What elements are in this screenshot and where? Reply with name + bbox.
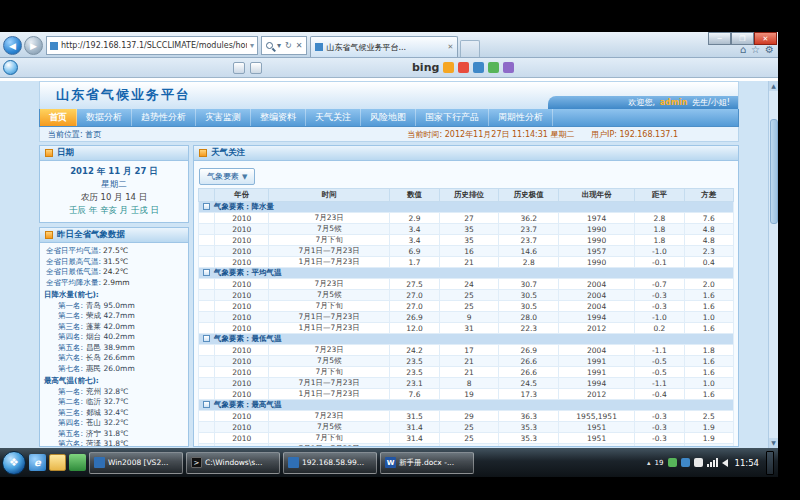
assistant-widget-icon[interactable] xyxy=(3,60,18,75)
group-marker-icon[interactable] xyxy=(203,335,210,342)
nav-item-2[interactable]: 数据分析 xyxy=(77,109,132,126)
browser-back-button[interactable]: ◀ xyxy=(3,36,22,55)
table-cell: 2010 xyxy=(215,345,269,356)
taskbar-button[interactable]: 192.168.58.99... xyxy=(283,452,377,474)
mail-icon[interactable] xyxy=(233,62,245,74)
browser-search-controls[interactable]: ▾ ↻ ✕ xyxy=(261,36,307,55)
table-row[interactable]: 20101月1日—7月23日12.03122.320120.21.6 xyxy=(199,323,734,334)
vertical-scrollbar[interactable]: ▲ ▼ xyxy=(768,81,778,448)
table-group-row[interactable]: 气象要素：最低气温 xyxy=(199,334,734,345)
scrollbar-thumb[interactable] xyxy=(770,119,778,224)
table-row[interactable]: 20107月23日31.52936.31955,1951-0.32.5 xyxy=(199,411,734,422)
nav-item-4[interactable]: 灾害监测 xyxy=(196,109,251,126)
group-marker-icon[interactable] xyxy=(203,203,210,210)
show-desktop-button[interactable] xyxy=(766,451,774,475)
home-icon[interactable]: ⌂ xyxy=(740,44,746,55)
volume-icon[interactable] xyxy=(722,459,728,467)
tools-gear-icon[interactable]: ⚙ xyxy=(765,44,774,55)
nav-item-8[interactable]: 国家下行产品 xyxy=(416,109,489,126)
table-group-row[interactable]: 气象要素：降水量 xyxy=(199,202,734,213)
bing-tile-icon[interactable] xyxy=(443,62,454,73)
table-header: 时间 xyxy=(268,189,389,202)
group-marker-icon[interactable] xyxy=(203,401,210,408)
bing-logo[interactable]: bing xyxy=(412,61,439,74)
tray-app-icon-2[interactable] xyxy=(681,458,690,467)
table-group-row[interactable]: 气象要素：最高气温 xyxy=(199,400,734,411)
toolbar-app-icon-2[interactable] xyxy=(473,62,484,73)
toolbar-app-icon-3[interactable] xyxy=(488,62,499,73)
tray-app-icon-1[interactable] xyxy=(668,458,677,467)
table-group-row[interactable]: 气象要素：平均气温 xyxy=(199,268,734,279)
browser-tab-active[interactable]: 山东省气候业务平台... ✕ xyxy=(310,36,458,57)
minimize-button[interactable]: ─ xyxy=(708,32,731,45)
taskbar-button[interactable]: >C:\Windows\s... xyxy=(186,452,280,474)
network-icon[interactable] xyxy=(707,458,718,467)
row-spacer-cell xyxy=(199,301,215,312)
taskbar-button[interactable]: W新手册.docx -... xyxy=(380,452,474,474)
explorer-folder-icon[interactable] xyxy=(49,454,66,471)
app-quicklaunch-icon[interactable] xyxy=(69,454,86,471)
search-dropdown-icon[interactable]: ▾ xyxy=(277,41,281,50)
table-row[interactable]: 20107月1日—7月23日23.1824.51994-1.11.0 xyxy=(199,378,734,389)
tray-expand-icon[interactable]: ▴ xyxy=(647,459,651,467)
table-row[interactable]: 20101月1日—7月23日1.7212.81990-0.10.4 xyxy=(199,257,734,268)
date-panel-title: 日期 xyxy=(57,147,74,159)
nav-item-6[interactable]: 天气关注 xyxy=(306,109,361,126)
toolbar-app-icon-1[interactable] xyxy=(458,62,469,73)
table-row[interactable]: 20107月23日24.21726.92004-1.11.8 xyxy=(199,345,734,356)
scroll-up-icon[interactable]: ▲ xyxy=(769,81,778,91)
table-row[interactable]: 20107月5候31.42535.31951-0.31.9 xyxy=(199,422,734,433)
browser-address-bar[interactable]: http://192.168.137.1/SLCCLIMATE/modules/… xyxy=(46,36,258,55)
weekday-value: 星期二 xyxy=(42,178,186,191)
table-row[interactable]: 20107月下旬31.42535.31951-0.31.9 xyxy=(199,433,734,444)
taskbar-clock[interactable]: 11:54 xyxy=(732,458,763,468)
browser-forward-button[interactable]: ▶ xyxy=(24,36,43,55)
welcome-banner: 欢迎您, admin 先生/小姐! xyxy=(548,96,738,109)
element-filter-button[interactable]: 气象要素 ▼ xyxy=(199,168,255,185)
taskbar-button[interactable]: Win2008 [VS2... xyxy=(89,452,183,474)
row-spacer-cell xyxy=(199,389,215,400)
table-row[interactable]: 20107月23日27.52430.72004-0.72.0 xyxy=(199,279,734,290)
address-dropdown-icon[interactable]: ▾ xyxy=(250,41,254,50)
table-row[interactable]: 20107月下旬3.43523.719901.84.8 xyxy=(199,235,734,246)
table-cell: 26.9 xyxy=(390,312,439,323)
table-row[interactable]: 20107月下旬23.52126.61991-0.51.6 xyxy=(199,367,734,378)
table-row[interactable]: 20107月5候23.52126.61991-0.51.6 xyxy=(199,356,734,367)
print-icon[interactable] xyxy=(250,62,262,74)
new-tab-button[interactable] xyxy=(460,40,480,57)
nav-item-7[interactable]: 风险地图 xyxy=(361,109,416,126)
table-row[interactable]: 20107月1日—7月23日26.9928.01994-1.01.0 xyxy=(199,312,734,323)
table-row[interactable]: 20107月1日—7月23日6.91614.61957-1.02.3 xyxy=(199,246,734,257)
stop-icon[interactable]: ✕ xyxy=(296,41,303,50)
group-marker-icon[interactable] xyxy=(203,269,210,276)
table-cell: -0.3 xyxy=(635,422,684,433)
table-cell: 21 xyxy=(439,367,499,378)
table-row[interactable]: 20107月5候3.43523.719901.84.8 xyxy=(199,224,734,235)
nav-item-5[interactable]: 整编资料 xyxy=(251,109,306,126)
tab-close-icon[interactable]: ✕ xyxy=(448,43,454,51)
table-row[interactable]: 20107月5候27.02530.52004-0.31.6 xyxy=(199,290,734,301)
table-row[interactable]: 20107月1日—7月23日31.5933.01997-1.01.1 xyxy=(199,444,734,448)
row-spacer-cell xyxy=(199,246,215,257)
refresh-icon[interactable]: ↻ xyxy=(285,41,292,50)
table-cell: 30.5 xyxy=(499,301,559,312)
nav-item-3[interactable]: 趋势性分析 xyxy=(132,109,196,126)
nav-item-9[interactable]: 周期性分析 xyxy=(489,109,553,126)
scroll-down-icon[interactable]: ▼ xyxy=(769,438,778,448)
favorites-star-icon[interactable]: ☆ xyxy=(751,44,760,55)
site-container: 山东省气候业务平台 欢迎您, admin 先生/小姐! 首页数据分析趋势性分析灾… xyxy=(39,81,739,447)
row-spacer-cell xyxy=(199,235,215,246)
table-row[interactable]: 20101月1日—7月23日7.61917.32012-0.41.6 xyxy=(199,389,734,400)
start-button[interactable]: ❖ xyxy=(2,451,26,475)
rank-item: 第二名:临沂 32.7℃ xyxy=(44,397,184,408)
table-cell: 23.1 xyxy=(390,378,439,389)
table-row[interactable]: 20107月23日2.92736.219742.87.6 xyxy=(199,213,734,224)
table-row[interactable]: 20107月下旬27.02530.52004-0.31.6 xyxy=(199,301,734,312)
nav-item-1[interactable]: 首页 xyxy=(40,109,77,126)
tray-app-icon-3[interactable] xyxy=(694,458,703,467)
table-cell: 7月下旬 xyxy=(268,235,389,246)
table-cell: 1月1日—7月23日 xyxy=(268,389,389,400)
toolbar-app-icon-4[interactable] xyxy=(503,62,514,73)
ie-quicklaunch-icon[interactable]: e xyxy=(29,454,46,471)
table-cell: 23.5 xyxy=(390,356,439,367)
